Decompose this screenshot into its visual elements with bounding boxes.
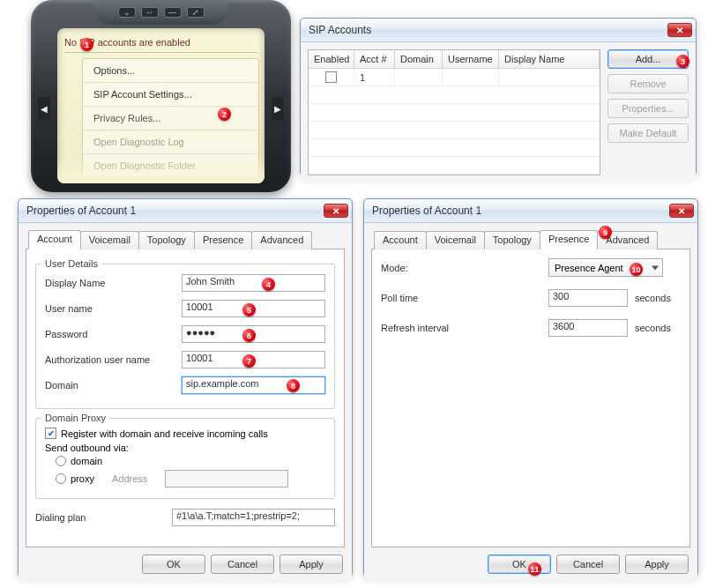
label-seconds: seconds xyxy=(635,293,671,303)
device-toolbar-btn[interactable]: ⌄ xyxy=(118,7,136,18)
window-title: SIP Accounts xyxy=(309,24,667,36)
label-password: Password xyxy=(45,329,182,339)
domain-proxy-group: Domain Proxy ✔ Register with domain and … xyxy=(35,418,335,499)
enabled-checkbox[interactable] xyxy=(325,71,337,83)
sip-accounts-window: SIP Accounts ✕ Enabled Acct # Domain Use… xyxy=(300,18,697,176)
group-title: Domain Proxy xyxy=(41,413,109,423)
annotation-badge-8: 8 xyxy=(287,379,300,392)
close-button[interactable]: ✕ xyxy=(669,204,694,218)
device-toolbar-btn[interactable]: ↔ xyxy=(141,7,159,18)
group-title: User Details xyxy=(41,258,101,269)
annotation-badge-1: 1 xyxy=(80,38,93,51)
properties-presence-window: Properties of Account 1 ✕ Account Voicem… xyxy=(363,198,698,577)
menu-item-privacy-rules[interactable]: Privacy Rules... xyxy=(83,107,258,130)
apply-button[interactable]: Apply xyxy=(279,555,343,574)
tab-bar: Account Voicemail Topology Presence Adva… xyxy=(371,230,690,249)
tab-topology[interactable]: Topology xyxy=(138,231,195,249)
device-nav-left[interactable]: ◀ xyxy=(38,97,50,120)
label-poll-time: Poll time xyxy=(381,293,548,303)
ok-button[interactable]: OK xyxy=(488,555,551,574)
label-user-name: User name xyxy=(45,303,182,314)
ok-button[interactable]: OK xyxy=(142,555,205,574)
softphone-device: ⌄ ↔ — ⤢ ◀ ▶ No SIP accounts are enabled … xyxy=(31,0,291,192)
tab-presence[interactable]: Presence xyxy=(194,231,252,249)
column-header-enabled[interactable]: Enabled xyxy=(309,50,354,69)
column-header-display-name[interactable]: Display Name xyxy=(499,50,600,69)
window-title: Properties of Account 1 xyxy=(372,205,669,217)
menu-item-sip-account-settings[interactable]: SIP Account Settings... xyxy=(83,83,258,107)
display-name-input[interactable]: John Smith xyxy=(182,274,325,292)
annotation-badge-3: 3 xyxy=(676,55,689,68)
proxy-address-input[interactable] xyxy=(165,470,288,488)
tab-account[interactable]: Account xyxy=(374,231,427,249)
poll-time-input[interactable]: 300 xyxy=(548,289,628,307)
chevron-down-icon xyxy=(652,265,659,270)
tab-voicemail[interactable]: Voicemail xyxy=(80,231,139,249)
annotation-badge-6: 6 xyxy=(242,329,256,342)
mode-value: Presence Agent xyxy=(555,263,623,273)
device-toolbar: ⌄ ↔ — ⤢ xyxy=(95,0,227,25)
cell-acct-number: 1 xyxy=(354,69,395,86)
label-refresh-interval: Refresh interval xyxy=(381,323,548,333)
column-header-username[interactable]: Username xyxy=(443,50,499,69)
table-row[interactable]: 1 xyxy=(309,69,600,86)
radio-domain-label: domain xyxy=(71,456,102,466)
window-title: Properties of Account 1 xyxy=(26,205,324,217)
radio-proxy[interactable] xyxy=(56,473,66,484)
refresh-interval-input[interactable]: 3600 xyxy=(548,319,628,337)
close-icon: ✕ xyxy=(676,26,683,35)
column-header-acct[interactable]: Acct # xyxy=(354,50,395,69)
label-domain: Domain xyxy=(45,380,182,391)
sip-accounts-table: Enabled Acct # Domain Username Display N… xyxy=(308,49,600,175)
send-outbound-label: Send outbound via: xyxy=(45,443,325,453)
dialing-plan-input[interactable]: #1\a\a.T;match=1;prestrip=2; xyxy=(172,509,335,526)
make-default-button[interactable]: Make Default xyxy=(607,123,689,143)
annotation-badge-5: 5 xyxy=(242,303,256,316)
tab-voicemail[interactable]: Voicemail xyxy=(426,231,485,249)
radio-proxy-label: proxy xyxy=(71,473,108,484)
close-icon: ✕ xyxy=(332,206,339,216)
device-nav-right[interactable]: ▶ xyxy=(272,97,284,120)
annotation-badge-4: 4 xyxy=(262,278,275,291)
tab-topology[interactable]: Topology xyxy=(484,231,540,249)
annotation-badge-7: 7 xyxy=(242,354,256,368)
tab-advanced[interactable]: Advanced xyxy=(251,231,312,249)
remove-button[interactable]: Remove xyxy=(607,74,689,93)
label-mode: Mode: xyxy=(381,263,548,273)
tab-presence[interactable]: Presence xyxy=(540,230,598,249)
cancel-button[interactable]: Cancel xyxy=(211,555,274,574)
close-button[interactable]: ✕ xyxy=(324,204,348,218)
domain-input[interactable]: sip.example.com xyxy=(182,376,325,394)
apply-button[interactable]: Apply xyxy=(625,555,689,574)
label-address: Address xyxy=(112,473,160,484)
properties-button[interactable]: Properties... xyxy=(607,99,689,118)
menu-item-diagnostic-log[interactable]: Open Diagnostic Log xyxy=(83,130,258,154)
device-screen: No SIP accounts are enabled Options... S… xyxy=(57,28,265,183)
register-checkbox[interactable]: ✔ xyxy=(45,428,56,439)
device-toolbar-btn[interactable]: ⤢ xyxy=(187,7,205,18)
register-label: Register with domain and receive incomin… xyxy=(61,428,268,439)
tab-account[interactable]: Account xyxy=(28,230,81,249)
label-seconds: seconds xyxy=(635,323,671,333)
radio-domain[interactable] xyxy=(56,456,66,466)
label-dialing-plan: Dialing plan xyxy=(35,512,172,523)
mode-select[interactable]: Presence Agent xyxy=(548,258,663,277)
close-button[interactable]: ✕ xyxy=(667,23,692,37)
label-display-name: Display Name xyxy=(45,278,182,288)
menu-item-options[interactable]: Options... xyxy=(83,59,258,83)
close-icon: ✕ xyxy=(678,206,685,216)
annotation-badge-10: 10 xyxy=(630,263,643,276)
properties-account-window: Properties of Account 1 ✕ Account Voicem… xyxy=(18,198,353,577)
annotation-badge-11: 11 xyxy=(528,562,541,576)
column-header-domain[interactable]: Domain xyxy=(395,50,443,69)
annotation-badge-9: 9 xyxy=(599,226,612,239)
tab-bar: Account Voicemail Topology Presence Adva… xyxy=(26,230,345,249)
label-auth-user: Authorization user name xyxy=(45,354,182,365)
device-toolbar-btn[interactable]: — xyxy=(164,7,182,18)
annotation-badge-2: 2 xyxy=(218,108,231,121)
cancel-button[interactable]: Cancel xyxy=(556,555,620,574)
